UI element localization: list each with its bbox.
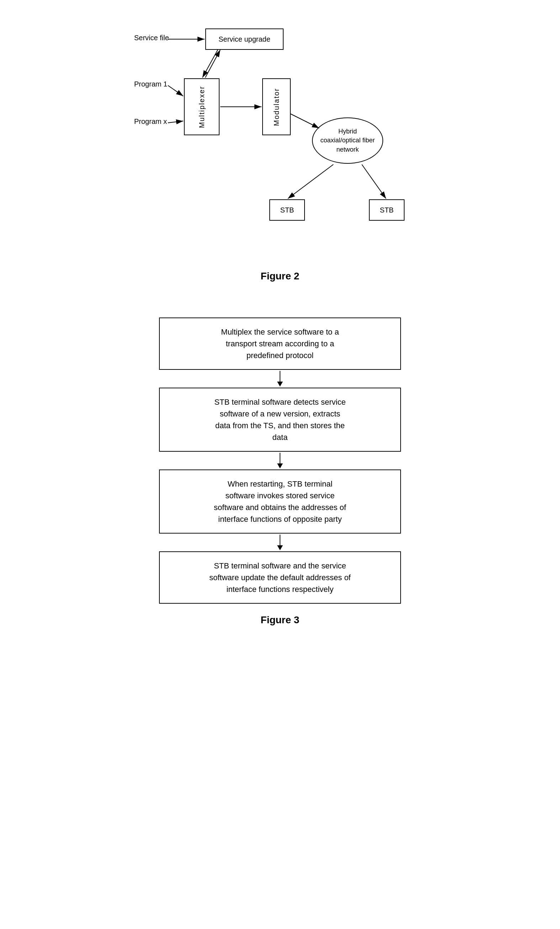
- figure2-container: Service file Program 1 Program x Service…: [120, 14, 440, 264]
- label-service-file: Service file: [134, 34, 169, 42]
- arrow1: [277, 370, 283, 388]
- step1-text: Multiplex the service software to atrans…: [221, 328, 339, 360]
- step2-text: STB terminal software detects servicesof…: [214, 398, 346, 442]
- step3-text: When restarting, STB terminalsoftware in…: [214, 480, 346, 524]
- svg-line-8: [291, 114, 319, 128]
- arrow2: [277, 452, 283, 469]
- arrow1-head: [277, 382, 283, 386]
- modulator-label: Modulator: [272, 88, 281, 126]
- flowchart: Multiplex the service software to atrans…: [120, 317, 440, 604]
- box-modulator: Modulator: [262, 78, 291, 135]
- svg-line-10: [362, 164, 386, 199]
- stb1-label: STB: [280, 206, 294, 214]
- arrow3: [277, 533, 283, 551]
- svg-line-5: [168, 86, 183, 96]
- figure3-area: Multiplex the service software to atrans…: [120, 317, 440, 626]
- flowchart-step4: STB terminal software and the servicesof…: [159, 551, 401, 604]
- flowchart-step1: Multiplex the service software to atrans…: [159, 317, 401, 370]
- box-stb1: STB: [269, 199, 305, 221]
- arrow1-line: [280, 371, 280, 382]
- service-upgrade-label: Service upgrade: [219, 35, 271, 43]
- flowchart-step3: When restarting, STB terminalsoftware in…: [159, 469, 401, 533]
- arrow3-line: [280, 535, 280, 545]
- svg-line-6: [168, 121, 183, 123]
- figure3-caption: Figure 3: [120, 614, 440, 626]
- arrow2-head: [277, 463, 283, 468]
- label-program1: Program 1: [134, 80, 167, 88]
- svg-line-3: [202, 50, 218, 78]
- network-label: Hybridcoaxial/optical fibernetwork: [320, 127, 375, 154]
- diagram2: Service file Program 1 Program x Service…: [134, 14, 426, 242]
- flowchart-step2: STB terminal software detects servicesof…: [159, 388, 401, 452]
- svg-line-4: [205, 50, 220, 78]
- multiplexer-label: Multiplexer: [198, 86, 206, 128]
- step4-text: STB terminal software and the servicesof…: [209, 561, 350, 594]
- figure2-caption: Figure 2: [261, 270, 300, 282]
- box-multiplexer: Multiplexer: [184, 78, 220, 135]
- label-programx: Program x: [134, 118, 167, 126]
- svg-line-9: [288, 164, 334, 199]
- box-stb2: STB: [369, 199, 404, 221]
- box-service-upgrade: Service upgrade: [205, 29, 283, 50]
- page-container: Service file Program 1 Program x Service…: [0, 0, 560, 640]
- ellipse-network: Hybridcoaxial/optical fibernetwork: [312, 118, 383, 164]
- arrow3-head: [277, 545, 283, 550]
- arrow2-line: [280, 453, 280, 463]
- stb2-label: STB: [380, 206, 394, 214]
